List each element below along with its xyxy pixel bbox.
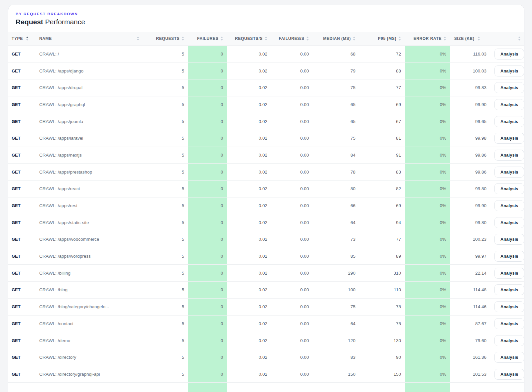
cell-name	[35, 383, 143, 392]
table-row: GET CRAWL: /billing 5 0 0.02 0.00 290 31…	[8, 265, 524, 282]
analysis-button[interactable]: Analysis	[494, 268, 524, 279]
cell-type: GET	[8, 332, 35, 349]
cell-action: Analysis	[490, 181, 524, 197]
cell-failures-per-s: 0.00	[271, 197, 313, 214]
cell-median: 84	[313, 147, 359, 164]
cell-requests-per-s: 0.02	[227, 113, 271, 130]
cell-name: CRAWL: /apps/django	[35, 63, 143, 79]
column-label: REQUESTS	[156, 36, 180, 41]
cell-requests: 5	[143, 96, 188, 113]
analysis-button[interactable]: Analysis	[494, 183, 524, 194]
column-header-p95[interactable]: P95 (MS)	[359, 32, 405, 46]
cell-action: Analysis	[490, 366, 524, 383]
cell-requests: 5	[143, 130, 188, 147]
analysis-button[interactable]: Analysis	[494, 301, 524, 312]
cell-requests-per-s: 0.02	[227, 298, 271, 315]
sort-icon	[306, 37, 309, 41]
page-title: Request Performance	[16, 18, 517, 26]
analysis-button[interactable]: Analysis	[494, 251, 524, 262]
cell-size: 99.90	[450, 197, 490, 214]
cell-requests: 5	[143, 113, 188, 130]
cell-error-rate	[405, 383, 450, 392]
column-label: TYPE	[12, 36, 23, 41]
cell-p95: 69	[359, 96, 405, 113]
column-header-error-rate[interactable]: ERROR RATE	[405, 32, 450, 46]
cell-median: 75	[313, 79, 359, 96]
cell-type: GET	[8, 147, 35, 164]
column-header-failures[interactable]: FAILURES	[188, 32, 227, 46]
analysis-button[interactable]: Analysis	[494, 116, 524, 127]
cell-p95: 150	[359, 366, 405, 383]
cell-type: GET	[8, 113, 35, 130]
table-row: GET CRAWL: /apps/woocommerce 5 0 0.02 0.…	[8, 231, 524, 248]
cell-action: Analysis	[490, 332, 524, 349]
cell-name: CRAWL: /apps/graphql	[35, 96, 143, 113]
cell-failures-per-s	[271, 383, 313, 392]
sort-icon	[444, 37, 446, 41]
cell-error-rate: 0%	[405, 147, 450, 164]
cell-error-rate: 0%	[405, 181, 450, 197]
cell-type: GET	[8, 130, 35, 147]
cell-type: GET	[8, 248, 35, 265]
analysis-button[interactable]: Analysis	[494, 65, 524, 76]
cell-requests: 5	[143, 265, 188, 282]
column-header-failures-per-s[interactable]: FAILURES/S	[271, 32, 313, 46]
analysis-button[interactable]: Analysis	[494, 200, 524, 211]
analysis-button[interactable]: Analysis	[494, 150, 524, 161]
analysis-button[interactable]: Analysis	[494, 133, 524, 144]
cell-median: 66	[313, 197, 359, 214]
page-title-bold: Request	[16, 18, 43, 26]
analysis-button[interactable]: Analysis	[494, 352, 524, 363]
analysis-button[interactable]: Analysis	[494, 369, 524, 380]
table-row: GET CRAWL: /blog 5 0 0.02 0.00 100 110 0…	[8, 282, 524, 299]
cell-failures-per-s: 0.00	[271, 366, 313, 383]
table-row: GET CRAWL: /contact 5 0 0.02 0.00 64 75 …	[8, 315, 524, 332]
column-header-actions[interactable]	[490, 32, 524, 46]
cell-failures-per-s: 0.00	[271, 315, 313, 332]
analysis-button[interactable]: Analysis	[494, 167, 524, 178]
cell-action: Analysis	[490, 265, 524, 282]
cell-name: CRAWL: /demo	[35, 332, 143, 349]
cell-failures-per-s: 0.00	[271, 298, 313, 315]
cell-p95: 310	[359, 265, 405, 282]
table-row: GET CRAWL: /apps/rest 5 0 0.02 0.00 66 6…	[8, 197, 524, 214]
cell-action: Analysis	[490, 349, 524, 366]
analysis-button[interactable]: Analysis	[494, 217, 524, 228]
column-header-type[interactable]: TYPE	[8, 32, 35, 46]
cell-median: 79	[313, 63, 359, 79]
column-header-name[interactable]: NAME	[35, 32, 143, 46]
sort-icon	[182, 37, 184, 41]
cell-failures: 0	[188, 197, 227, 214]
cell-failures-per-s: 0.00	[271, 63, 313, 79]
analysis-button[interactable]: Analysis	[494, 49, 524, 60]
column-header-size[interactable]: SIZE (KB)	[450, 32, 490, 46]
cell-failures: 0	[188, 265, 227, 282]
column-header-requests-per-s[interactable]: REQUESTS/S	[227, 32, 271, 46]
sort-icon	[477, 37, 480, 41]
cell-size: 99.90	[450, 96, 490, 113]
analysis-button[interactable]: Analysis	[494, 234, 524, 245]
cell-requests: 5	[143, 332, 188, 349]
cell-name: CRAWL: /apps/laravel	[35, 130, 143, 147]
cell-error-rate: 0%	[405, 79, 450, 96]
cell-size: 99.98	[450, 130, 490, 147]
cell-failures: 0	[188, 332, 227, 349]
column-header-median[interactable]: MEDIAN (MS)	[313, 32, 359, 46]
analysis-button[interactable]: Analysis	[494, 318, 524, 329]
analysis-button[interactable]: Analysis	[494, 82, 524, 93]
analysis-button[interactable]: Analysis	[494, 284, 524, 295]
cell-size: 99.97	[450, 248, 490, 265]
cell-failures: 0	[188, 147, 227, 164]
column-header-requests[interactable]: REQUESTS	[143, 32, 188, 46]
cell-type: GET	[8, 366, 35, 383]
analysis-button[interactable]: Analysis	[494, 335, 524, 346]
analysis-button[interactable]: Analysis	[494, 99, 524, 110]
cell-requests-per-s: 0.02	[227, 332, 271, 349]
table-row: GET CRAWL: /directory/graphql-api 5 0 0.…	[8, 366, 524, 383]
cell-name: CRAWL: /apps/prestashop	[35, 164, 143, 181]
cell-name: CRAWL: /directory/graphql-api	[35, 366, 143, 383]
cell-requests-per-s: 0.02	[227, 282, 271, 299]
request-performance-card: BY REQUEST BREAKDOWN Request Performance…	[8, 5, 524, 392]
cell-failures-per-s: 0.00	[271, 130, 313, 147]
cell-median: 65	[313, 96, 359, 113]
